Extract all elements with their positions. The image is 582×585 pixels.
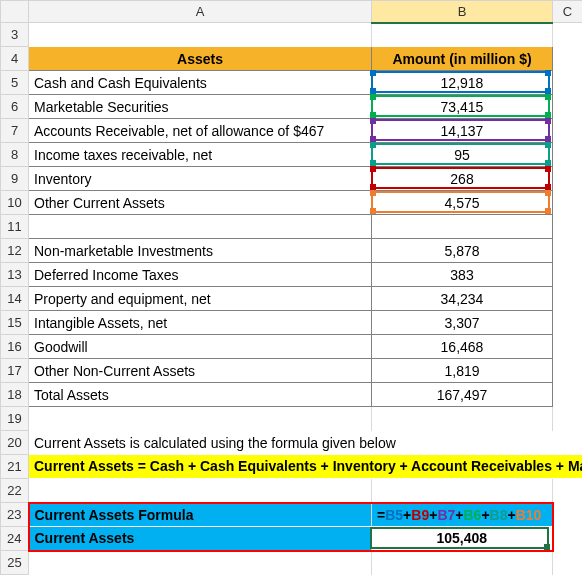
row-header[interactable]: 13	[1, 263, 29, 287]
asset-label[interactable]: Total Assets	[29, 383, 372, 407]
formula-token: B6	[463, 507, 481, 523]
asset-value[interactable]: 4,575	[372, 191, 553, 215]
asset-label[interactable]: Intangible Assets, net	[29, 311, 372, 335]
asset-label[interactable]: Income taxes receivable, net	[29, 143, 372, 167]
cell-empty[interactable]	[29, 215, 372, 239]
row-header[interactable]: 8	[1, 143, 29, 167]
asset-value[interactable]: 34,234	[372, 287, 553, 311]
asset-label[interactable]: Accounts Receivable, net of allowance of…	[29, 119, 372, 143]
row-header[interactable]: 19	[1, 407, 29, 431]
select-all-corner[interactable]	[1, 1, 29, 23]
asset-value[interactable]: 1,819	[372, 359, 553, 383]
cell-B3[interactable]	[372, 23, 553, 47]
cell-empty[interactable]	[372, 215, 553, 239]
asset-label[interactable]: Goodwill	[29, 335, 372, 359]
spreadsheet[interactable]: A B C 3 4 Assets Amount (in million $) 5…	[0, 0, 582, 585]
cell-C3[interactable]	[553, 23, 583, 47]
header-amount[interactable]: Amount (in million $)	[372, 47, 553, 71]
formula-token: +	[481, 507, 489, 523]
row-header[interactable]: 14	[1, 287, 29, 311]
asset-label[interactable]: Non-marketable Investments	[29, 239, 372, 263]
note-text[interactable]: Current Assets is calculated using the f…	[29, 431, 583, 455]
asset-value[interactable]: 383	[372, 263, 553, 287]
row-header[interactable]: 15	[1, 311, 29, 335]
row-header[interactable]: 25	[1, 551, 29, 575]
row-header[interactable]: 22	[1, 479, 29, 503]
asset-value[interactable]: 14,137	[372, 119, 553, 143]
formula-token: B9	[411, 507, 429, 523]
row-header[interactable]: 12	[1, 239, 29, 263]
asset-label[interactable]: Cash and Cash Equivalents	[29, 71, 372, 95]
asset-label[interactable]: Marketable Securities	[29, 95, 372, 119]
row-header[interactable]: 17	[1, 359, 29, 383]
row-header[interactable]: 23	[1, 503, 29, 527]
asset-label[interactable]: Property and equipment, net	[29, 287, 372, 311]
formula-token: B10	[516, 507, 542, 523]
value-label[interactable]: Current Assets	[29, 527, 372, 551]
row-header[interactable]: 3	[1, 23, 29, 47]
formula-token: =	[377, 507, 385, 523]
row-header[interactable]: 16	[1, 335, 29, 359]
row-header[interactable]: 24	[1, 527, 29, 551]
row-header[interactable]: 9	[1, 167, 29, 191]
formula-label[interactable]: Current Assets Formula	[29, 503, 372, 527]
row-header[interactable]: 11	[1, 215, 29, 239]
row-header[interactable]: 20	[1, 431, 29, 455]
col-header-C[interactable]: C	[553, 1, 583, 23]
grid-table: A B C 3 4 Assets Amount (in million $) 5…	[0, 0, 582, 575]
row-header[interactable]: 6	[1, 95, 29, 119]
header-assets[interactable]: Assets	[29, 47, 372, 71]
formula-token: +	[507, 507, 515, 523]
formula-token: B7	[437, 507, 455, 523]
cell-A3[interactable]	[29, 23, 372, 47]
asset-label[interactable]: Other Current Assets	[29, 191, 372, 215]
row-header[interactable]: 5	[1, 71, 29, 95]
formula-token: B5	[385, 507, 403, 523]
asset-value[interactable]: 73,415	[372, 95, 553, 119]
asset-value[interactable]: 95	[372, 143, 553, 167]
asset-value[interactable]: 5,878	[372, 239, 553, 263]
row-header[interactable]: 21	[1, 455, 29, 479]
asset-label[interactable]: Other Non-Current Assets	[29, 359, 372, 383]
asset-label[interactable]: Inventory	[29, 167, 372, 191]
column-header-row: A B C	[1, 1, 583, 23]
formula-token: B8	[490, 507, 508, 523]
asset-value[interactable]: 16,468	[372, 335, 553, 359]
col-header-B[interactable]: B	[372, 1, 553, 23]
row-header[interactable]: 4	[1, 47, 29, 71]
row-header[interactable]: 7	[1, 119, 29, 143]
asset-label[interactable]: Deferred Income Taxes	[29, 263, 372, 287]
col-header-A[interactable]: A	[29, 1, 372, 23]
asset-value[interactable]: 3,307	[372, 311, 553, 335]
formula-note[interactable]: Current Assets = Cash + Cash Equivalents…	[29, 455, 583, 479]
row-header[interactable]: 10	[1, 191, 29, 215]
asset-value[interactable]: 167,497	[372, 383, 553, 407]
formula-cell[interactable]: =B5+B9+B7+B6+B8+B10	[372, 503, 553, 527]
asset-value[interactable]: 268	[372, 167, 553, 191]
value-cell[interactable]: 105,408	[372, 527, 553, 551]
row-header[interactable]: 18	[1, 383, 29, 407]
asset-value[interactable]: 12,918	[372, 71, 553, 95]
